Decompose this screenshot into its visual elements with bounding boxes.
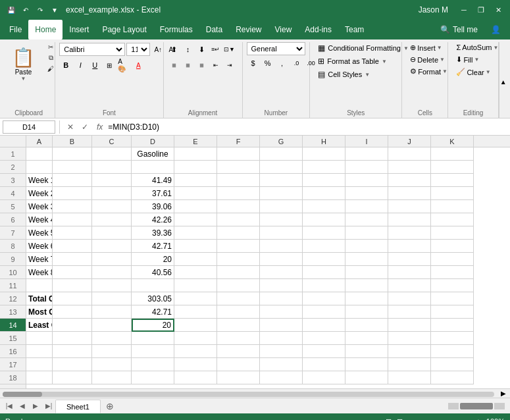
border-btn[interactable]: ⊞	[103, 59, 116, 72]
align-right-btn[interactable]: ≡	[195, 59, 209, 72]
cell-F11[interactable]	[217, 279, 260, 292]
cancel-formula-btn[interactable]: ✕	[64, 120, 77, 134]
cell-H8[interactable]	[303, 240, 345, 253]
cell-G9[interactable]	[260, 253, 303, 266]
cell-D10[interactable]: 40.56	[132, 266, 174, 279]
cell-C15[interactable]	[92, 332, 132, 345]
cell-H15[interactable]	[303, 332, 345, 345]
cell-J1[interactable]	[388, 147, 431, 161]
cell-D11[interactable]	[132, 279, 174, 292]
align-center-btn[interactable]: ≡	[182, 59, 195, 72]
cell-A17[interactable]	[26, 358, 53, 371]
cell-G2[interactable]	[260, 161, 303, 174]
cell-H11[interactable]	[303, 279, 345, 292]
cell-E10[interactable]	[174, 266, 217, 279]
cell-A14[interactable]: Least Gas Paid Per Week	[26, 319, 53, 332]
menu-file[interactable]: File	[3, 20, 28, 39]
cell-F18[interactable]	[217, 371, 260, 384]
cell-G3[interactable]	[260, 174, 303, 187]
cell-K5[interactable]	[431, 200, 474, 213]
cell-J4[interactable]	[388, 187, 431, 200]
cell-A10[interactable]: Week 8	[26, 266, 53, 279]
cell-H18[interactable]	[303, 371, 345, 384]
align-top-btn[interactable]: ⬆	[168, 43, 181, 56]
row-num-13[interactable]: 13	[0, 305, 26, 319]
cell-J7[interactable]	[388, 226, 431, 240]
cell-G1[interactable]	[260, 147, 303, 161]
cell-I16[interactable]	[345, 345, 388, 358]
row-num-10[interactable]: 10	[0, 266, 26, 279]
zoom-in-btn[interactable]: +	[473, 416, 484, 420]
cell-A3[interactable]: Week 1	[26, 174, 53, 187]
cell-K14[interactable]	[431, 319, 474, 332]
insert-btn[interactable]: ⊕ Insert ▼	[406, 42, 451, 53]
cell-C9[interactable]	[92, 253, 132, 266]
cell-C7[interactable]	[92, 226, 132, 240]
cell-B3[interactable]	[53, 174, 92, 187]
cell-E9[interactable]	[174, 253, 217, 266]
cell-I8[interactable]	[345, 240, 388, 253]
cell-I3[interactable]	[345, 174, 388, 187]
cell-K2[interactable]	[431, 161, 474, 174]
cell-D6[interactable]: 42.26	[132, 213, 174, 226]
cell-E2[interactable]	[174, 161, 217, 174]
decrease-indent-btn[interactable]: ⇤	[209, 59, 222, 72]
bold-btn[interactable]: B	[59, 59, 72, 72]
align-bottom-btn[interactable]: ⬇	[195, 43, 209, 56]
cell-J8[interactable]	[388, 240, 431, 253]
cell-J17[interactable]	[388, 358, 431, 371]
cell-I7[interactable]	[345, 226, 388, 240]
row-num-5[interactable]: 5	[0, 200, 26, 213]
menu-view[interactable]: View	[268, 20, 299, 39]
sheet-tab-prev-btn[interactable]: ◀	[16, 398, 29, 413]
font-size-select[interactable]: 11	[126, 43, 150, 56]
italic-btn[interactable]: I	[74, 59, 87, 72]
col-header-A[interactable]: A	[26, 136, 53, 147]
cell-G14[interactable]	[260, 319, 303, 332]
conditional-formatting-btn[interactable]: ▦ Conditional Formatting ▼	[314, 42, 413, 54]
cell-F6[interactable]	[217, 213, 260, 226]
fill-btn[interactable]: ⬇ Fill ▼	[452, 54, 483, 65]
number-format-select[interactable]: General	[247, 42, 306, 55]
align-left-btn[interactable]: ≡	[168, 59, 181, 72]
cell-B14[interactable]	[53, 319, 92, 332]
cell-A5[interactable]: Week 3	[26, 200, 53, 213]
cell-D3[interactable]: 41.49	[132, 174, 174, 187]
cell-E16[interactable]	[174, 345, 217, 358]
cell-K4[interactable]	[431, 187, 474, 200]
cell-F8[interactable]	[217, 240, 260, 253]
col-header-H[interactable]: H	[303, 136, 345, 147]
page-break-view-btn[interactable]: ⊟	[397, 417, 403, 421]
cell-E15[interactable]	[174, 332, 217, 345]
row-num-1[interactable]: 1	[0, 147, 26, 161]
cell-E12[interactable]	[174, 292, 217, 305]
cell-D16[interactable]	[132, 345, 174, 358]
cell-B10[interactable]	[53, 266, 92, 279]
cell-I6[interactable]	[345, 213, 388, 226]
normal-view-btn[interactable]: ≡	[408, 417, 412, 420]
cell-B1[interactable]	[53, 147, 92, 161]
merge-btn[interactable]: ⊡▼	[223, 43, 236, 56]
cell-J6[interactable]	[388, 213, 431, 226]
cell-J11[interactable]	[388, 279, 431, 292]
cell-I15[interactable]	[345, 332, 388, 345]
row-num-6[interactable]: 6	[0, 213, 26, 226]
cell-E6[interactable]	[174, 213, 217, 226]
cell-styles-btn[interactable]: ▤ Cell Styles ▼	[314, 68, 413, 80]
add-sheet-btn[interactable]: ⊕	[103, 398, 116, 413]
cell-J16[interactable]	[388, 345, 431, 358]
cell-F15[interactable]	[217, 332, 260, 345]
cell-C2[interactable]	[92, 161, 132, 174]
menu-home[interactable]: Home	[28, 20, 63, 39]
cell-D14[interactable]: 20	[132, 319, 174, 332]
cell-A4[interactable]: Week 2	[26, 187, 53, 200]
cell-I12[interactable]	[345, 292, 388, 305]
cell-G7[interactable]	[260, 226, 303, 240]
cell-A18[interactable]	[26, 371, 53, 384]
formula-input[interactable]	[108, 120, 507, 134]
cell-C3[interactable]	[92, 174, 132, 187]
cell-C18[interactable]	[92, 371, 132, 384]
cell-H9[interactable]	[303, 253, 345, 266]
cell-A15[interactable]	[26, 332, 53, 345]
cell-K18[interactable]	[431, 371, 474, 384]
